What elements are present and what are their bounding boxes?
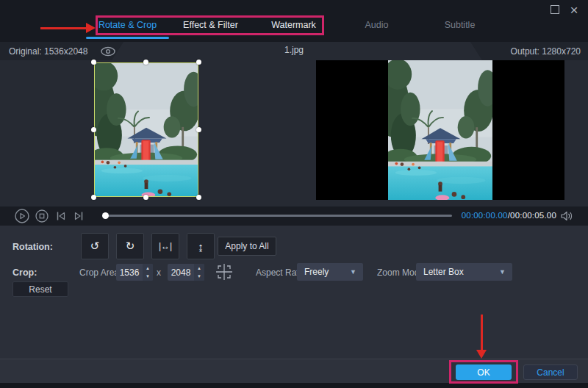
crop-selection-border xyxy=(94,62,198,197)
dropdown-arrow-icon: ▼ xyxy=(499,268,506,276)
crop-handle[interactable] xyxy=(143,60,148,65)
aspect-ratio-dropdown[interactable]: Freely ▼ xyxy=(297,263,363,281)
tab-effect-filter-label: Effect & Filter xyxy=(183,20,238,30)
playback-bar: 00:00:00.00/00:00:05.00 xyxy=(0,206,588,226)
close-button[interactable]: × xyxy=(564,0,584,19)
tab-watermark[interactable]: Watermark xyxy=(252,15,335,35)
tab-rotate-crop-label: Rotate & Crop xyxy=(98,20,157,30)
crop-handle[interactable] xyxy=(196,195,201,200)
rotate-left-icon: ↺ xyxy=(90,240,100,253)
crop-handle[interactable] xyxy=(91,60,96,65)
zoom-mode-dropdown[interactable]: Letter Box ▼ xyxy=(416,263,512,281)
apply-to-all-label: Apply to All xyxy=(225,241,268,251)
crop-height-spin-up[interactable]: ▲ xyxy=(194,264,204,273)
seek-slider-thumb[interactable] xyxy=(102,212,109,219)
maximize-button[interactable] xyxy=(545,0,564,19)
preview-panel: Original: 1536x2048 1.jpg Output: 1280x7… xyxy=(0,42,588,206)
tab-subtitle-label: Subtitle xyxy=(445,20,476,30)
rotate-right-button[interactable]: ↻ xyxy=(116,233,144,259)
aspect-ratio-value: Freely xyxy=(304,267,329,277)
annotation-arrow-tabs xyxy=(40,23,96,33)
crop-height-input[interactable]: 2048 ▲ ▼ xyxy=(168,264,204,281)
total-time: 00:00:05.00 xyxy=(510,211,556,220)
crop-handle[interactable] xyxy=(196,127,201,132)
crop-width-input[interactable]: 1536 ▲ ▼ xyxy=(116,264,153,281)
tab-audio-label: Audio xyxy=(365,20,389,30)
seek-slider[interactable] xyxy=(103,215,452,217)
output-size-bar: Output: 1280x720 xyxy=(470,42,588,60)
rotation-label: Rotation: xyxy=(12,242,53,252)
tab-rotate-crop[interactable]: Rotate & Crop xyxy=(86,15,169,35)
play-button[interactable] xyxy=(15,209,29,223)
rotate-left-button[interactable]: ↺ xyxy=(81,233,109,259)
dropdown-arrow-icon: ▼ xyxy=(350,268,356,276)
crop-handle[interactable] xyxy=(91,195,96,200)
ok-button[interactable]: OK xyxy=(456,364,512,380)
flip-horizontal-icon: |↔| xyxy=(159,241,172,251)
pool-photo-output xyxy=(388,60,492,200)
crop-times-label: x xyxy=(157,267,161,278)
zoom-mode-value: Letter Box xyxy=(423,267,464,277)
cancel-button[interactable]: Cancel xyxy=(523,364,578,380)
crop-height-spin-down[interactable]: ▼ xyxy=(194,273,204,281)
rotate-right-icon: ↻ xyxy=(126,240,135,253)
flip-vertical-button[interactable]: ↨ xyxy=(187,233,215,259)
close-icon: × xyxy=(570,3,578,17)
source-preview-image[interactable] xyxy=(94,62,198,197)
bottom-edge xyxy=(0,383,588,388)
timecode: 00:00:00.00/00:00:05.00 xyxy=(462,211,556,220)
reset-label: Reset xyxy=(29,284,51,295)
previous-frame-button[interactable] xyxy=(54,209,68,223)
cancel-label: Cancel xyxy=(537,367,564,378)
maximize-icon xyxy=(551,5,559,14)
video-editor-dialog: Rotate & Crop Effect & Filter Watermark … xyxy=(0,0,588,388)
volume-icon[interactable] xyxy=(560,210,573,222)
annotation-arrow-ok xyxy=(476,315,487,359)
stop-button[interactable] xyxy=(35,209,49,223)
tab-subtitle[interactable]: Subtitle xyxy=(418,15,501,35)
output-size-label: Output: 1280x720 xyxy=(511,46,581,57)
tab-effect-filter[interactable]: Effect & Filter xyxy=(169,15,252,35)
crop-height-value: 2048 xyxy=(168,264,194,281)
flip-vertical-icon: ↨ xyxy=(198,240,204,253)
reset-button[interactable]: Reset xyxy=(12,281,68,297)
crop-handle[interactable] xyxy=(196,60,201,65)
tools-panel: Rotation: ↺ ↻ |↔| ↨ Apply to All Crop: C… xyxy=(0,226,588,359)
tab-watermark-label: Watermark xyxy=(271,20,316,30)
crop-width-spin-down[interactable]: ▼ xyxy=(143,273,153,281)
crop-handle[interactable] xyxy=(143,195,148,200)
active-tab-underline xyxy=(86,37,169,39)
next-frame-button[interactable] xyxy=(71,209,86,223)
crop-width-value: 1536 xyxy=(116,264,143,281)
crop-label: Crop: xyxy=(12,267,37,278)
flip-horizontal-button[interactable]: |↔| xyxy=(151,233,179,259)
apply-to-all-button[interactable]: Apply to All xyxy=(218,237,276,256)
crop-position-crosshair-icon[interactable] xyxy=(215,262,234,281)
title-bar: Rotate & Crop Effect & Filter Watermark … xyxy=(0,0,588,42)
current-time: 00:00:00.00 xyxy=(462,211,508,220)
crop-width-spin-up[interactable]: ▲ xyxy=(143,264,153,273)
crop-handle[interactable] xyxy=(91,127,96,132)
tab-audio[interactable]: Audio xyxy=(335,15,418,35)
ok-label: OK xyxy=(477,367,490,378)
crop-area-label: Crop Area: xyxy=(79,267,121,278)
output-preview-frame xyxy=(316,60,564,200)
